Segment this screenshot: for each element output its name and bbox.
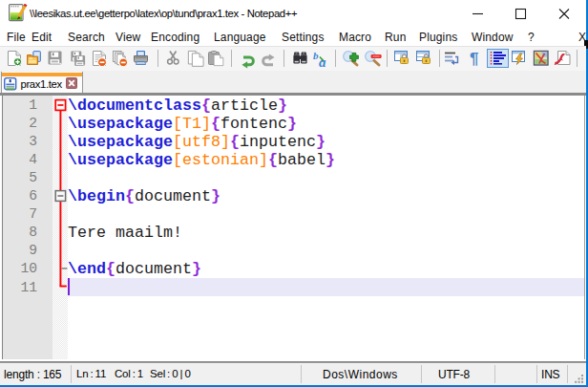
svg-text:¶: ¶: [470, 50, 478, 68]
svg-text:a: a: [319, 54, 326, 70]
